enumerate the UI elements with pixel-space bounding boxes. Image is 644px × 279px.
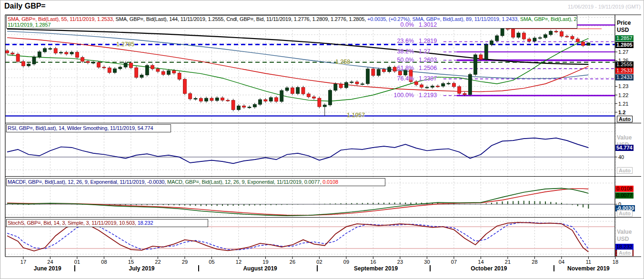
fib-price-label-5: 1.2387 [419,75,437,82]
stoch-legend: StochS, GBP=, Bid, 14, 3, Simple, 3, 11/… [6,219,208,227]
price-axis-badge-2: 1.2555 [615,61,634,68]
macd-axis-badge-0: 0.0108 [615,186,634,192]
stoch-axis-title-1: Value [617,229,632,235]
main-legend: SMA, GBP=, Bid(Last), 55, 11/11/2019, 1.… [6,15,577,29]
x-day-tick-18: 21 [505,259,511,265]
price-axis-tick-5: 1.2 [618,110,625,115]
x-day-tick-20: 04 [559,259,564,265]
x-day-tick-12: 09 [343,259,349,265]
rsi-axis-title-1: Value [617,134,632,141]
sma-89-line [7,31,588,79]
macd-axis-auto-button[interactable]: Auto [617,210,633,217]
fib-pct-label-3: 50.0% [380,57,414,63]
fib-pct-label-4: 61.8% [380,65,414,71]
x-day-tick-19: 28 [532,259,537,265]
price-axis-title-1: Price [617,20,631,26]
fib-price-label-1: 1.2819 [419,38,437,44]
x-day-tick-22: 18 [613,259,618,265]
x-month-separator-3 [430,265,431,271]
x-month-label-5: November 2019 [567,265,610,272]
stoch-legend-segment-1: 18.232 [138,220,153,226]
x-day-tick-6: 29 [182,259,188,265]
price-axis-auto-button[interactable]: Auto [617,116,633,122]
rsi-axis-tick-0: 40 [618,154,624,160]
main-legend-line2: 11/11/2019, 1.2857 [8,22,576,28]
price-axis-badge-1: 1.2805 [615,42,634,48]
level-label-0: 1.2785 [116,41,134,48]
x-day-tick-3: 08 [101,259,107,265]
main-legend-segment-1: SMA, GBP=, Bid(Last), 144, 11/11/2019, 1… [116,16,367,22]
x-day-tick-5: 22 [155,259,161,265]
rsi-plot [5,138,615,164]
x-day-tick-10: 26 [290,259,295,265]
price-axis-title-2: USD [617,27,629,33]
stoch-axis-badge-0: 18.232 [615,244,634,250]
fib-pct-label-0: 0.0% [380,21,414,28]
x-month-separator-0 [74,265,75,271]
main-legend-segment-3: SMA, GBP=, Bid(Last), 21, [520,16,577,22]
macd-axis-badge-1: 0.0077 [615,192,634,199]
x-month-separator-2 [317,265,318,271]
x-day-tick-16: 07 [451,259,457,265]
price-axis-tick-3: 1.22 [618,92,628,98]
fib-pct-label-6: 100.0% [380,92,414,99]
sma-55-line [7,38,588,92]
x-month-separator-1 [198,265,199,271]
price-axis-badge-0: 1.2857 [615,35,634,41]
x-day-tick-17: 14 [478,259,483,265]
x-month-label-2: August 2019 [243,265,277,272]
stoch-axis-auto-button[interactable]: Auto [617,249,633,256]
x-day-tick-14: 23 [397,259,403,265]
macd-legend-segment-0: MACDF, GBP=, Bid(Last), 12, 26, 9, Expon… [8,179,167,185]
x-month-label-1: July 2019 [129,265,154,272]
price-axis-tick-4: 1.21 [618,101,628,107]
macd-legend-segment-2: 0.0108 [322,179,338,185]
x-day-tick-11: 02 [316,259,322,265]
x-day-tick-7: 05 [209,259,214,265]
chart-canvas[interactable] [0,0,644,279]
fib-pct-label-5: 76.4% [380,75,414,82]
macd-plot [5,188,615,216]
chart-window: Daily GBP= 11/06/2019 - 19/11/2019 (GMT)… [0,0,644,279]
x-day-tick-1: 24 [47,259,53,265]
fib-price-label-6: 1.2193 [419,92,437,99]
rsi-legend: RSI, GBP=, Bid(Last), 14, Wilder Smoothi… [6,124,171,132]
x-day-tick-8: 12 [236,259,242,265]
candles-group [6,25,590,116]
rsi-legend-segment-0: RSI, GBP=, Bid(Last), 14, Wilder Smoothi… [8,125,153,131]
macd-legend: MACDF, GBP=, Bid(Last), 12, 26, 9, Expon… [6,178,385,186]
x-day-tick-9: 19 [262,259,268,265]
x-day-tick-21: 11 [586,259,591,265]
price-axis-badge-3: 1.2533 [615,68,634,74]
stoch-legend-segment-0: StochS, GBP=, Bid, 14, 3, Simple, 3, 11/… [8,220,138,226]
x-month-separator-4 [553,265,554,271]
fib-price-label-2: 1.27 [419,48,430,55]
level-label-1: 1.258 [335,59,350,65]
fib-price-label-0: 1.3012 [419,21,437,28]
rsi-axis-badge-0: 54.774 [615,145,634,151]
fib-pct-label-1: 23.6% [380,38,414,44]
x-day-tick-2: 01 [74,259,80,265]
price-axis-tick-2: 1.23 [618,83,628,89]
x-day-tick-15: 30 [424,259,430,265]
axis-tick-marks [23,52,617,259]
fib-price-label-4: 1.2506 [419,65,437,71]
x-month-label-0: June 2019 [34,265,61,272]
main-legend-segment-0: SMA, GBP=, Bid(Last), 55, 11/11/2019, 1.… [8,16,116,22]
macd-legend-segment-1: MACD, GBP=, Bid(Last), 12, 26, 9, Expone… [167,179,322,185]
stoch-axis-title-2: USD [617,236,629,242]
fib-price-label-3: 1.2603 [419,57,437,63]
x-month-label-3: September 2019 [354,265,398,272]
x-day-tick-4: 15 [128,259,134,265]
fib-pct-label-2: 38.2% [380,48,414,55]
price-axis-badge-4: 1.2433 [615,74,634,80]
rsi-axis-auto-button[interactable]: Auto [617,167,633,174]
level-label-2: 1.1957 [347,112,365,119]
x-day-tick-0: 17 [20,259,26,265]
x-month-label-4: October 2019 [471,265,507,272]
price-axis-tick-0: 1.27 [618,49,628,55]
x-day-tick-13: 16 [370,259,376,265]
